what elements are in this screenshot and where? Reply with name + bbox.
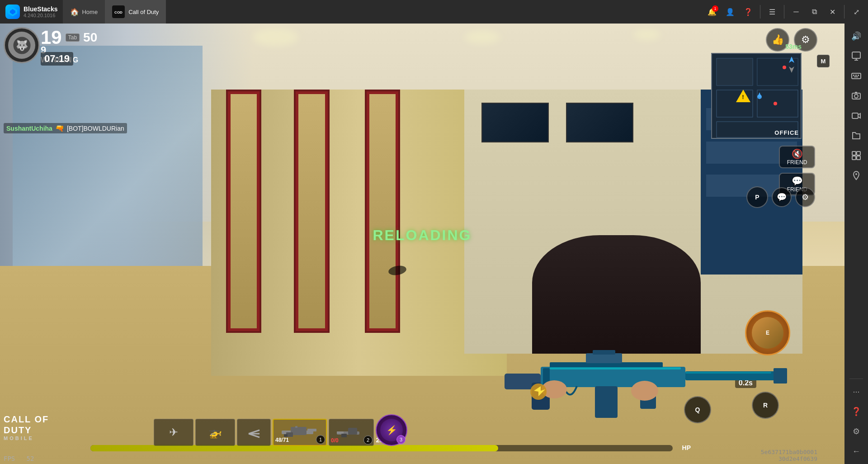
notification-button[interactable]: 🔔 1 [704, 4, 720, 20]
app-version: 4.240.20.1016 [24, 13, 57, 18]
killstreak-slot-2[interactable]: 🚁 [195, 419, 235, 446]
svg-rect-9 [855, 75, 857, 76]
e-ability-button[interactable]: E [745, 310, 790, 355]
minimap-area: 53ms M [711, 53, 815, 139]
game-viewport[interactable]: RELOADING 🐺 19 Ta [0, 24, 844, 464]
cod-mobile: MOBILE [4, 436, 49, 441]
mute-icon: 🔇 [792, 148, 803, 159]
secondary-badge: 2 [363, 436, 373, 445]
expand-button[interactable]: ⤢ [848, 4, 864, 20]
cod-duty: DUTY [4, 425, 49, 436]
sidebar-more[interactable]: ··· [847, 383, 865, 401]
sidebar-audio[interactable]: 🔊 [847, 27, 865, 45]
reloading-text: RELOADING [373, 227, 472, 243]
team-badge: 🐺 [4, 27, 38, 61]
map-warning-icon: ! [736, 90, 750, 102]
help-button[interactable]: ❓ [740, 4, 756, 20]
restore-button[interactable]: ⧉ [806, 4, 822, 20]
bluestacks-logo [5, 5, 20, 19]
home-tab-label: Home [82, 9, 98, 15]
grenade-slot[interactable] [237, 419, 271, 446]
hud-topleft: 🐺 19 Tab 50 9 WINNING 07:19 [4, 27, 130, 68]
ks1-icon: ✈ [169, 426, 178, 439]
kf-attacker: SushantUchiha [6, 125, 52, 132]
team-logo-inner: 🐺 [8, 32, 35, 59]
close-button[interactable]: ✕ [824, 4, 840, 20]
secondary-ammo: 0/0 [331, 437, 339, 444]
q-button[interactable]: Q [684, 396, 711, 423]
sidebar-settings[interactable]: ⚙ [847, 422, 865, 440]
monitor-right [566, 103, 633, 142]
cod-call: CALL OF [4, 414, 49, 425]
game-timer: 07:19 [41, 52, 73, 66]
door-frame-mid [294, 90, 329, 333]
friend-mute-button[interactable]: 🔇 FRIEND [779, 146, 815, 168]
sidebar-keymapping[interactable] [847, 67, 865, 85]
home-tab[interactable]: 🏠 Home [63, 0, 105, 24]
fps-value: 52 [27, 455, 34, 462]
sidebar-files[interactable] [847, 127, 865, 145]
sidebar-record[interactable] [847, 107, 865, 125]
score-limit: 50 [83, 30, 97, 45]
game-tab-label: Call of Duty [128, 9, 159, 15]
svg-rect-15 [852, 113, 858, 118]
hamburger-menu[interactable]: ☰ [764, 4, 780, 20]
svg-point-21 [855, 173, 857, 175]
team-logo-circle: 🐺 [4, 27, 40, 63]
game-tab[interactable]: COD Call of Duty [105, 0, 166, 24]
p-button[interactable]: P [746, 186, 768, 208]
monitor-left [481, 103, 549, 142]
hud-middle-buttons: P 💬 ⚙ [746, 186, 815, 208]
compass-icon [784, 56, 799, 76]
account-button[interactable]: 👤 [722, 4, 738, 20]
sidebar-divider [849, 379, 863, 379]
hp-bar-fill [90, 445, 498, 451]
hp-bar-container: HP 250 [90, 445, 673, 451]
svg-rect-14 [855, 92, 857, 93]
r-label: R [763, 402, 768, 409]
svg-rect-17 [852, 152, 856, 155]
svg-rect-20 [857, 156, 860, 160]
game-id-line1: 5e637171ba0b0001 [761, 449, 817, 455]
svg-rect-42 [291, 427, 307, 435]
home-icon: 🏠 [70, 8, 79, 16]
secondary-weapon-slot[interactable]: 0/0 2 [329, 419, 374, 446]
sidebar-back[interactable]: ← [847, 442, 865, 460]
primary-weapon-slot[interactable]: 48/71 1 [273, 419, 327, 446]
svg-rect-50 [337, 431, 344, 434]
fps-label: FPS [4, 455, 15, 462]
fps-display: FPS 52 [4, 455, 34, 462]
svg-rect-48 [348, 428, 357, 435]
primary-ammo: 48/71 [275, 437, 289, 443]
sidebar-help[interactable]: ❓ [847, 402, 865, 421]
game-id: 5e637171ba0b0001 30d2e4f0639 [761, 449, 817, 462]
minimap[interactable]: ! OFFICE [711, 53, 802, 139]
map-m-badge[interactable]: M [817, 55, 830, 67]
sidebar-location[interactable] [847, 166, 865, 185]
r-button[interactable]: R [752, 392, 779, 419]
svg-rect-10 [858, 75, 859, 76]
chat-button[interactable]: 💬 [772, 187, 792, 207]
svg-rect-8 [853, 75, 854, 76]
hp-label: HP [682, 444, 691, 451]
svg-rect-45 [284, 434, 288, 437]
killstreak-slot-1[interactable]: ✈ [154, 419, 193, 446]
settings-mini-button[interactable]: ⚙ [795, 187, 815, 207]
sidebar-screenshot[interactable] [847, 87, 865, 105]
reception-desk [532, 235, 701, 354]
svg-rect-11 [854, 76, 858, 77]
svg-text:🐺: 🐺 [16, 39, 28, 52]
svg-text:COD: COD [114, 10, 123, 14]
minimize-button[interactable]: ─ [788, 4, 804, 20]
sidebar-display[interactable] [847, 47, 865, 65]
right-sidebar: 🔊 [844, 24, 868, 464]
p-label: P [755, 194, 759, 201]
weapon-slots: ✈ 🚁 48/71 1 [154, 414, 407, 446]
friend-label-1: FRIEND [787, 159, 807, 166]
svg-rect-44 [307, 429, 316, 431]
q-label: Q [695, 406, 700, 413]
game-tab-icon: COD [112, 5, 125, 18]
ping-display: 53ms [785, 43, 802, 50]
sidebar-apps[interactable] [847, 147, 865, 165]
special-slot[interactable]: ⚡ 3 [376, 414, 407, 446]
